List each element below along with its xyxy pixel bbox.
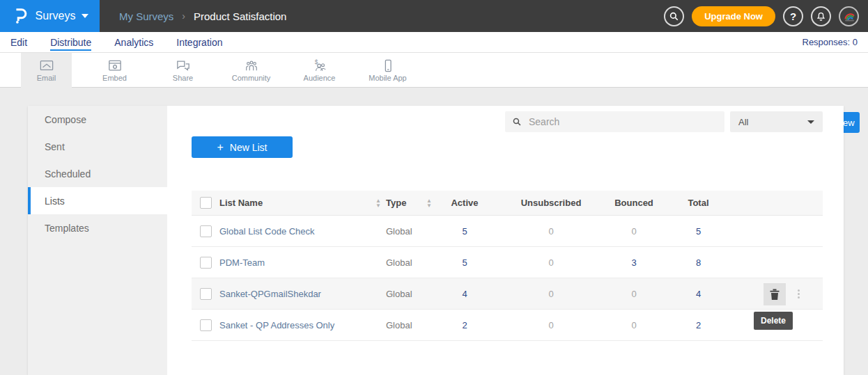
channel-embed[interactable]: Embed [89,53,140,88]
column-active: Active [437,198,493,208]
tab-edit[interactable]: Edit [10,37,27,48]
chevron-down-icon [82,14,88,18]
list-name-link[interactable]: Global List Code Check [219,226,371,237]
user-avatar[interactable] [839,6,859,26]
select-all-checkbox[interactable] [200,197,212,209]
sort-icon[interactable]: ▲▼ [371,198,386,208]
sidebar-item-lists[interactable]: Lists [28,187,167,214]
responses-count: Responses: 0 [803,37,858,47]
channel-email[interactable]: Email [21,53,72,88]
unsubscribed-count: 0 [493,257,610,268]
chevron-down-icon [807,120,814,124]
unsubscribed-count: 0 [493,226,610,237]
channel-community[interactable]: Community [226,53,277,88]
active-count[interactable]: 5 [437,226,493,237]
active-count[interactable]: 5 [437,257,493,268]
table-header: List Name ▲▼ Type ▲▼ Active Unsubscribed… [192,191,823,216]
app-header: Surveys My Surveys › Product Satisfactio… [0,0,868,32]
table-row[interactable]: PDM-TeamGlobal5038 [192,247,823,278]
mobile-app-icon [380,59,396,73]
list-type: Global [386,320,421,330]
email-icon [39,59,54,73]
row-checkbox[interactable] [200,319,212,331]
lists-table: List Name ▲▼ Type ▲▼ Active Unsubscribed… [192,191,823,341]
bounced-count: 0 [610,289,658,299]
audience-icon: $ [312,59,327,73]
new-list-button[interactable]: + New List [192,136,293,158]
row-checkbox[interactable] [200,225,212,237]
channel-buttons: Email Embed Share Community $ Audience M… [21,53,413,88]
channel-mobile-app[interactable]: Mobile App [362,53,413,88]
share-icon [176,59,191,73]
channel-share[interactable]: Share [157,53,208,88]
table-row[interactable]: Global List Code CheckGlobal5005 [192,216,823,247]
table-row[interactable]: Sanket - QP Addresses OnlyGlobal2002 [192,310,823,341]
row-checkbox[interactable] [200,257,212,269]
channel-audience[interactable]: $ Audience [294,53,345,88]
header-actions: Upgrade Now ? [664,6,859,26]
embed-icon [107,59,123,73]
column-type[interactable]: Type [386,198,421,208]
list-name-link[interactable]: Sanket-QPGmailShekdar [219,289,371,299]
list-type: Global [386,289,421,299]
bounced-count: 0 [610,320,658,330]
sidebar-item-scheduled[interactable]: Scheduled [28,160,167,187]
bounced-count: 0 [610,226,658,237]
row-actions [738,247,823,278]
search-icon[interactable] [664,6,684,26]
bounced-count[interactable]: 3 [610,257,658,268]
tab-integration[interactable]: Integration [176,37,222,48]
breadcrumb-parent[interactable]: My Surveys [119,10,173,22]
survey-nav-tabs: Edit Distribute Analytics Integration Re… [0,32,868,53]
delete-button[interactable] [764,283,786,305]
list-name-link[interactable]: PDM-Team [219,257,371,268]
unsubscribed-count: 0 [493,320,610,330]
list-search [505,111,724,132]
column-list-name[interactable]: List Name [219,198,371,208]
trash-icon [770,289,780,300]
breadcrumb-separator-icon: › [182,10,185,22]
product-menu-label: Surveys [36,10,76,22]
lists-panel: Compose Sent Scheduled Lists Templates A… [28,106,844,375]
product-menu[interactable]: Surveys [0,0,100,32]
search-icon [512,117,522,127]
unsubscribed-count: 0 [493,289,610,299]
total-count[interactable]: 2 [658,320,738,330]
column-bounced: Bounced [610,198,658,208]
lists-main: All + New List List Name ▲▼ Type ▲▼ Acti… [167,106,844,375]
sidebar-item-compose[interactable]: Compose [28,106,167,133]
more-actions-button[interactable] [798,289,800,298]
upgrade-now-button[interactable]: Upgrade Now [692,6,775,26]
questionpro-logo-icon [11,6,29,26]
breadcrumb-current: Product Satisfaction [194,10,286,22]
list-filter-dropdown[interactable]: All [730,111,823,132]
plus-icon: + [217,142,223,153]
distribute-toolbar: Email Embed Share Community $ Audience M… [0,53,868,88]
search-input[interactable] [527,115,718,128]
list-name-link[interactable]: Sanket - QP Addresses Only [219,320,371,330]
column-total: Total [658,198,738,208]
list-type: Global [386,226,421,237]
breadcrumb: My Surveys › Product Satisfaction [119,10,286,22]
list-table-body: Global List Code CheckGlobal5005PDM-Team… [192,216,823,341]
active-count[interactable]: 2 [437,320,493,330]
column-unsubscribed: Unsubscribed [493,198,610,208]
notifications-bell-icon[interactable] [811,6,831,26]
delete-tooltip: Delete [754,312,793,330]
total-count[interactable]: 4 [658,289,738,299]
list-type: Global [386,257,421,268]
total-count[interactable]: 5 [658,226,738,237]
help-button[interactable]: ? [783,6,803,26]
row-checkbox[interactable] [200,288,212,300]
active-count[interactable]: 4 [437,289,493,299]
table-row[interactable]: Sanket-QPGmailShekdarGlobal4004Delete [192,278,823,310]
community-icon [244,59,259,73]
sidebar-item-sent[interactable]: Sent [28,133,167,160]
row-actions: Delete [738,278,823,310]
total-count[interactable]: 8 [658,257,738,268]
tab-analytics[interactable]: Analytics [114,37,153,48]
sidebar-item-templates[interactable]: Templates [28,214,167,241]
sort-icon[interactable]: ▲▼ [421,198,437,208]
tab-distribute[interactable]: Distribute [50,37,91,48]
email-sidebar: Compose Sent Scheduled Lists Templates [28,106,167,375]
